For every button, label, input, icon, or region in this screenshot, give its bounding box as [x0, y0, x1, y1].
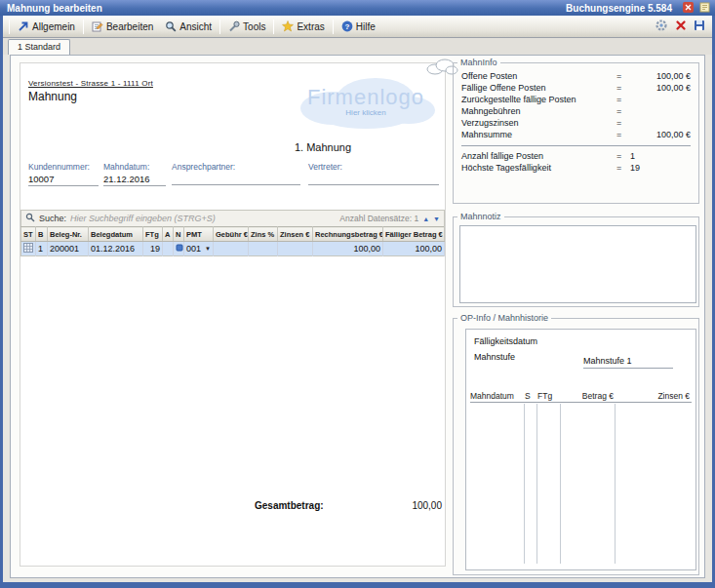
cell-ftg: 19	[143, 242, 163, 256]
column-header[interactable]: FTg	[143, 227, 163, 242]
column-header[interactable]: B	[36, 227, 48, 242]
window-notes-button[interactable]	[697, 2, 711, 14]
toolbar-button-hilfe[interactable]: ? Hilfe	[336, 18, 381, 35]
historie-column-header: Betrag €	[561, 391, 616, 401]
toolbar-separator	[83, 20, 84, 34]
column-header[interactable]: Belegdatum	[89, 227, 143, 242]
mahnnotiz-title: Mahnnotiz	[457, 212, 504, 221]
column-header[interactable]: N	[174, 227, 184, 242]
column-header[interactable]: Gebühr €	[214, 227, 249, 242]
toolbar-button-label: Hilfe	[356, 21, 376, 32]
grand-total-value: 100,00	[412, 500, 442, 511]
document-type-label: Mahnung	[28, 90, 77, 103]
company-logo-placeholder[interactable]: Firmenlogo Hier klicken	[290, 69, 442, 134]
historie-column-header: Zinsen €	[616, 391, 692, 401]
info-row: Offene Posten = 100,00 €	[461, 70, 691, 82]
cell-pmt[interactable]: 001 ▼	[184, 242, 214, 256]
toolbar-button-label: Extras	[297, 21, 324, 32]
toolbar-right-group	[655, 19, 708, 34]
tab-standard[interactable]: 1 Standard	[8, 39, 70, 55]
content-area: Versionstest - Strasse 1 - 1111 Ort Mahn…	[3, 55, 712, 582]
field-value[interactable]: 10007	[28, 172, 99, 186]
nav-up-icon[interactable]: ▲	[422, 216, 429, 222]
tools-icon	[228, 20, 240, 32]
info-row: Verzugszinsen =	[461, 117, 691, 129]
close-icon	[683, 2, 694, 15]
field-value[interactable]	[172, 172, 300, 185]
toolbar-separator	[333, 20, 334, 34]
record-count: Anzahl Datensätze: 1	[339, 214, 418, 223]
window-close-button[interactable]	[681, 2, 695, 14]
toolbar-button-label: Bearbeiten	[106, 21, 153, 32]
titlebar: Mahnung bearbeiten Buchungsengine 5.584	[0, 0, 715, 16]
sender-address-link[interactable]: Versionstest - Strasse 1 - 1111 Ort	[28, 79, 153, 88]
column-header[interactable]: Zins %	[249, 227, 278, 242]
toolbar-button-ansicht[interactable]: Ansicht	[159, 18, 218, 35]
cell-gebuehr	[214, 242, 249, 256]
cell-b: 1	[36, 242, 48, 256]
historie-column-header: Mahndatum	[470, 391, 525, 401]
column-header[interactable]: Fälliger Betrag €	[383, 227, 445, 242]
historie-group: OP-Info / Mahnhistorie Fälligkeitsdatum …	[453, 313, 699, 575]
help-icon: ?	[341, 20, 353, 32]
app-window: Mahnung bearbeiten Buchungsengine 5.584 …	[0, 0, 715, 588]
info-row: Fällige Offene Posten = 100,00 €	[461, 82, 691, 94]
cell-a	[163, 242, 174, 256]
info-value: 100,00 €	[630, 130, 691, 139]
info-row: Anzahl fällige Posten = 1	[461, 150, 691, 162]
allgemein-icon	[18, 20, 29, 32]
column-header[interactable]: Beleg-Nr.	[48, 227, 89, 242]
logo-hint: Hier klicken	[290, 108, 442, 117]
column-header[interactable]: ST	[21, 227, 36, 242]
mahnnotiz-textarea[interactable]	[459, 225, 696, 303]
historie-title: OP-Info / Mahnhistorie	[457, 313, 551, 323]
divider	[461, 145, 691, 146]
field-ansprechpartner: Ansprechpartner:	[172, 162, 300, 185]
nav-down-icon[interactable]: ▼	[433, 216, 440, 222]
pmt-value: 001	[186, 244, 201, 254]
cell-n	[174, 242, 184, 256]
column-header[interactable]: Zinsen €	[278, 227, 313, 242]
save-button[interactable]	[694, 20, 705, 33]
search-icon	[25, 213, 35, 224]
column-header[interactable]: A	[163, 227, 174, 242]
notes-icon	[699, 2, 710, 15]
field-label: Mahndatum:	[103, 162, 166, 172]
mahnnotiz-group: Mahnnotiz	[453, 212, 699, 307]
field-value[interactable]	[308, 172, 439, 185]
items-table: ST B Beleg-Nr. Belegdatum FTg A N PMT Ge…	[20, 226, 445, 256]
toolbar-button-tools[interactable]: Tools	[222, 18, 271, 35]
column-header[interactable]: PMT	[184, 227, 214, 242]
row-selector-cell[interactable]	[21, 242, 36, 256]
info-row: Zurückgestellte fällige Posten =	[461, 94, 691, 105]
toolbar-button-allgemein[interactable]: Allgemein	[12, 18, 81, 35]
cell-zins-pct	[249, 242, 278, 256]
toolbar-button-extras[interactable]: Extras	[276, 18, 330, 35]
toolbar: Allgemein Bearbeiten Ansicht Tools	[3, 16, 712, 38]
delete-button[interactable]	[675, 20, 687, 33]
field-value[interactable]: 21.12.2016	[103, 172, 166, 186]
field-label: Vertreter:	[308, 162, 439, 172]
refresh-button[interactable]	[655, 19, 668, 34]
column-header[interactable]: Rechnungsbetrag €	[313, 227, 383, 242]
level-value: Mahnstufe 1	[583, 356, 673, 369]
table-row[interactable]: 1 200001 01.12.2016 19	[21, 242, 445, 256]
historie-box: Fälligkeitsdatum Mahnstufe Mahnstufe 1 M…	[465, 329, 696, 570]
search-input[interactable]	[70, 214, 336, 223]
info-row: Mahnsumme = 100,00 €	[461, 129, 691, 140]
document-preview: Versionstest - Strasse 1 - 1111 Ort Mahn…	[20, 62, 446, 567]
toolbar-separator	[9, 20, 10, 34]
info-value: 100,00 €	[630, 71, 691, 81]
main-panel: Versionstest - Strasse 1 - 1111 Ort Mahn…	[10, 55, 705, 578]
toolbar-button-bearbeiten[interactable]: Bearbeiten	[86, 18, 159, 35]
cell-faelliger-betrag: 100,00	[383, 242, 445, 256]
info-row: Mahngebühren =	[461, 105, 691, 117]
field-label: Kundennummer:	[28, 162, 99, 172]
historie-empty-body	[470, 404, 692, 564]
historie-column-header: FTg	[537, 391, 561, 401]
mahninfo-title: MahnInfo	[457, 58, 500, 67]
row-selector-icon	[23, 245, 33, 255]
mahninfo-group: MahnInfo Offene Posten = 100,00 € Fällig…	[453, 58, 699, 204]
info-panel: MahnInfo Offene Posten = 100,00 € Fällig…	[453, 56, 699, 577]
dropdown-arrow-icon[interactable]: ▼	[205, 246, 211, 252]
